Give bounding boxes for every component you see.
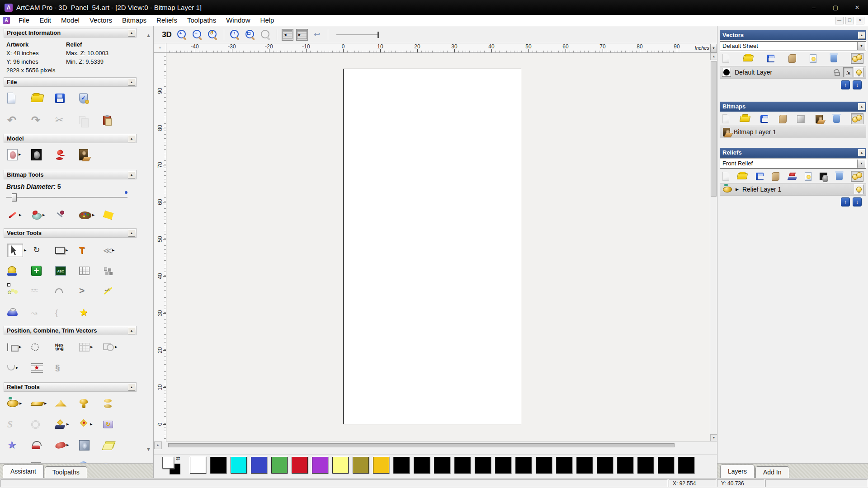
relief-select[interactable]: Front Relief ▼ <box>720 159 866 169</box>
flyout-arrow-icon[interactable]: ▶ <box>92 213 94 217</box>
maximize-button[interactable]: ▢ <box>825 0 846 15</box>
merge-layers-icon[interactable] <box>779 115 787 123</box>
menu-item[interactable]: Toolpaths <box>182 15 221 26</box>
open-layer-icon[interactable] <box>739 116 750 122</box>
vector-sheet-select[interactable]: Default Sheet ▼ <box>720 41 866 51</box>
smooth-relief-icon[interactable] <box>30 402 44 406</box>
paste-icon[interactable] <box>103 116 111 125</box>
offset-relief-icon[interactable] <box>103 399 114 408</box>
create-text-icon[interactable]: T <box>79 245 85 256</box>
scroll-up-icon[interactable]: ▲ <box>710 53 717 60</box>
zoom-out-button[interactable]: − <box>191 28 204 41</box>
copy-icon[interactable] <box>79 116 85 124</box>
save-layer-icon[interactable] <box>767 55 774 62</box>
collapse-button[interactable]: ▲ <box>858 32 865 39</box>
flyout-arrow-icon[interactable]: ▶ <box>112 249 114 252</box>
toggle-all-visibility-button[interactable] <box>851 171 863 182</box>
sculpt-relief-icon[interactable] <box>7 400 19 407</box>
panel-scroll-down-icon[interactable]: ▼ <box>146 446 151 452</box>
freehand-sketch-icon[interactable]: ≈≈ <box>31 286 38 295</box>
child-restore-button[interactable]: ❐ <box>845 17 854 24</box>
collapse-button[interactable]: ▲ <box>128 230 135 237</box>
bitmap-to-vector-icon[interactable] <box>103 211 113 220</box>
toggle-all-visibility-button[interactable] <box>851 113 863 124</box>
palette-swatch[interactable] <box>495 457 511 474</box>
palette-swatch[interactable] <box>515 457 532 474</box>
create-polyline-icon[interactable] <box>7 287 18 295</box>
create-star-icon[interactable]: ★ <box>79 307 88 319</box>
paint-icon[interactable] <box>7 210 18 220</box>
palette-swatch[interactable] <box>373 457 389 474</box>
toggle-visibility-icon[interactable] <box>810 54 816 63</box>
tab-add-in[interactable]: Add In <box>755 466 789 478</box>
collapse-button[interactable]: ▲ <box>128 29 135 37</box>
return-view-button[interactable]: ↩ <box>311 28 323 41</box>
layer-visibility-button[interactable] <box>854 67 864 77</box>
snap-layer-button[interactable]: ↘ <box>843 67 853 77</box>
flood-fill-icon[interactable] <box>31 211 42 220</box>
undo-icon[interactable]: ↶ <box>7 114 16 127</box>
palette-swatch[interactable] <box>434 457 450 474</box>
palette-swatch[interactable] <box>678 457 694 474</box>
subtract-shape-icon[interactable] <box>79 399 89 408</box>
greyscale-from-model-icon[interactable] <box>31 149 42 160</box>
horizontal-scroll-thumb[interactable] <box>168 443 675 447</box>
delete-layer-icon[interactable] <box>830 55 837 62</box>
create-arc-icon[interactable] <box>55 288 63 293</box>
toggle-visibility-icon[interactable] <box>805 172 811 181</box>
flyout-arrow-icon[interactable]: ▶ <box>66 249 68 252</box>
align-vectors-icon[interactable] <box>7 343 18 351</box>
minimize-button[interactable]: – <box>803 0 825 15</box>
zoom-object-button[interactable] <box>259 28 272 41</box>
delete-layer-icon[interactable] <box>833 115 840 123</box>
set-model-size-icon[interactable] <box>7 149 18 160</box>
flyout-arrow-icon[interactable]: ▶ <box>24 249 26 252</box>
palette-swatch[interactable] <box>637 457 654 474</box>
chevron-down-icon[interactable]: ▼ <box>857 160 865 168</box>
save-file-icon[interactable] <box>55 94 65 103</box>
snap-toggle-right-button[interactable]: ▸ <box>296 29 308 41</box>
palette-swatch[interactable] <box>251 457 267 474</box>
flyout-arrow-icon[interactable]: ▶ <box>44 402 47 405</box>
palette-swatch[interactable] <box>556 457 572 474</box>
lock-layer-button[interactable] <box>832 67 842 77</box>
collapse-button[interactable]: ▲ <box>858 103 865 110</box>
collapse-button[interactable]: ▲ <box>858 149 865 156</box>
extrude-dome-icon[interactable] <box>7 310 18 316</box>
trim-vectors-icon[interactable] <box>103 286 114 296</box>
brush-diameter-slider[interactable] <box>6 197 127 198</box>
text-on-curve-icon[interactable] <box>31 343 39 351</box>
polyline-angle-icon[interactable]: > <box>79 285 85 296</box>
zoom-1to1-button[interactable]: 1:1 <box>229 28 241 41</box>
model-properties-icon[interactable]: ✓ <box>79 93 88 103</box>
menu-item[interactable]: File <box>14 15 34 26</box>
weld-vectors-icon[interactable] <box>103 343 114 351</box>
collapse-button[interactable]: ▲ <box>128 384 135 391</box>
collapse-button[interactable]: ▲ <box>128 79 135 86</box>
zoom-slider[interactable] <box>336 34 378 35</box>
palette-swatch[interactable] <box>576 457 593 474</box>
zoom-previous-button[interactable]: ↺ <box>207 28 219 41</box>
palette-swatch[interactable] <box>454 457 471 474</box>
palette-swatch[interactable] <box>292 457 308 474</box>
flyout-arrow-icon[interactable]: ▶ <box>19 402 22 405</box>
link-colours-icon[interactable]: ⇄ <box>176 455 180 461</box>
child-close-button[interactable]: ✕ <box>856 17 864 24</box>
open-layer-icon[interactable] <box>742 55 753 61</box>
flyout-arrow-icon[interactable]: ▶ <box>42 213 45 217</box>
ruler-units-combo[interactable]: Inches ▼ <box>683 43 717 53</box>
redo-icon[interactable]: ↷ <box>31 114 40 127</box>
pan-button[interactable]: ▸ <box>154 441 162 449</box>
flyout-arrow-icon[interactable]: ▶ <box>19 153 21 156</box>
vector-layer-row[interactable]: Default Layer ↘ <box>720 66 866 79</box>
palette-swatch[interactable] <box>597 457 613 474</box>
palette-swatch[interactable] <box>475 457 491 474</box>
join-vectors-icon[interactable] <box>7 365 15 371</box>
vertical-scroll-thumb[interactable] <box>711 61 717 197</box>
bitmap-thumbnail-icon[interactable] <box>816 115 823 123</box>
primary-colour-swatch[interactable] <box>162 457 174 469</box>
palette-swatch[interactable] <box>353 457 369 474</box>
cut-icon[interactable]: ✂ <box>55 114 63 126</box>
tab-assistant[interactable]: Assistant <box>3 465 44 478</box>
horizontal-scrollbar[interactable] <box>166 441 710 449</box>
